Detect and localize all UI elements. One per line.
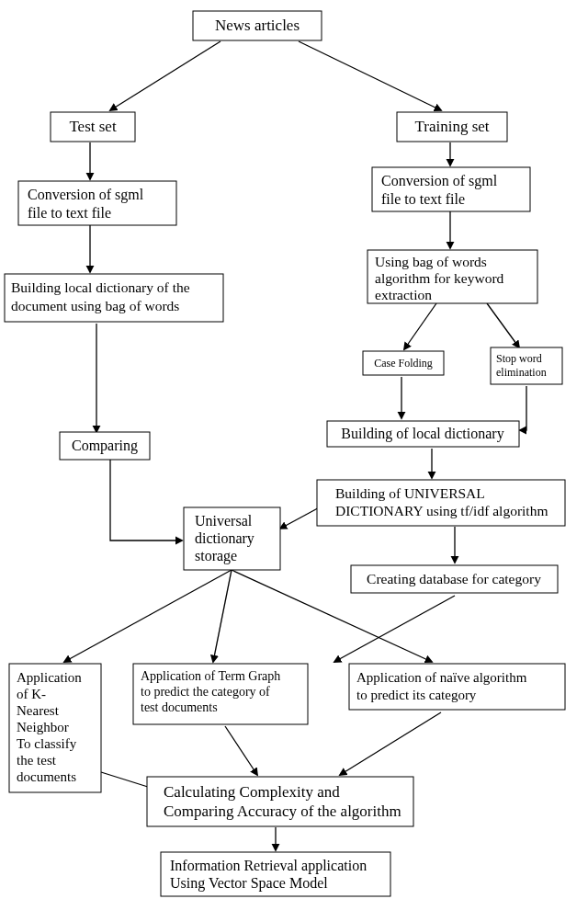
edge	[213, 570, 232, 662]
label-line: Calculating Complexity and	[164, 783, 340, 801]
label-line: Information Retrieval application	[170, 858, 367, 874]
flowchart-diagram: News articles Test set Training set Conv…	[0, 0, 588, 899]
label-line: elimination	[496, 366, 547, 379]
edge	[404, 303, 436, 349]
edge	[110, 460, 182, 541]
label-line: documents	[17, 769, 76, 784]
label: Building of local dictionary	[341, 426, 503, 442]
label-line: document using bag of words	[11, 298, 179, 313]
label-line: Using bag of words	[375, 254, 487, 269]
edge	[334, 596, 455, 662]
label-line: extraction	[375, 287, 432, 302]
label-line: DICTIONARY using tf/idf algorithm	[335, 503, 548, 518]
label-line: Comparing Accuracy of the algorithm	[164, 802, 401, 820]
edge	[110, 41, 220, 110]
label-line: Nearest	[17, 703, 60, 718]
label: Case Folding	[374, 357, 433, 370]
label-line: to predict the category of	[141, 685, 270, 699]
label-line: Application	[17, 670, 82, 685]
label: Creating database for category	[367, 571, 541, 586]
label-line: Conversion of sgml	[28, 187, 144, 203]
label-line: storage	[195, 548, 237, 564]
label-line: file to text file	[381, 191, 465, 207]
label-line: of K-	[17, 687, 46, 701]
label: Training set	[414, 118, 489, 135]
label-line: test documents	[141, 700, 218, 714]
edge	[299, 41, 441, 110]
label-line: algorithm for keyword	[375, 270, 504, 286]
edge	[340, 712, 441, 775]
label-line: Building local dictionary of the	[11, 279, 190, 295]
label-line: the test	[17, 753, 57, 768]
label: Comparing	[72, 438, 138, 454]
label-line: To classify	[17, 736, 77, 751]
label-line: Application of naïve algorithm	[356, 670, 527, 685]
label-line: to predict its category	[356, 688, 477, 702]
edge	[487, 303, 519, 347]
label-line: Universal	[195, 513, 253, 529]
label-line: dictionary	[195, 530, 254, 547]
edge	[225, 726, 257, 775]
label: Test set	[69, 118, 116, 135]
label-line: file to text file	[28, 205, 111, 221]
edge	[64, 570, 232, 662]
label: News articles	[215, 17, 300, 34]
label-line: Conversion of sgml	[381, 173, 498, 189]
label-line: Building of UNIVERSAL	[335, 485, 485, 501]
label-line: Application of Term Graph	[141, 669, 280, 683]
label-line: Using Vector Space Model	[170, 875, 328, 892]
label-line: Neighbor	[17, 720, 69, 734]
label-line: Stop word	[496, 352, 542, 365]
edge	[520, 386, 526, 430]
